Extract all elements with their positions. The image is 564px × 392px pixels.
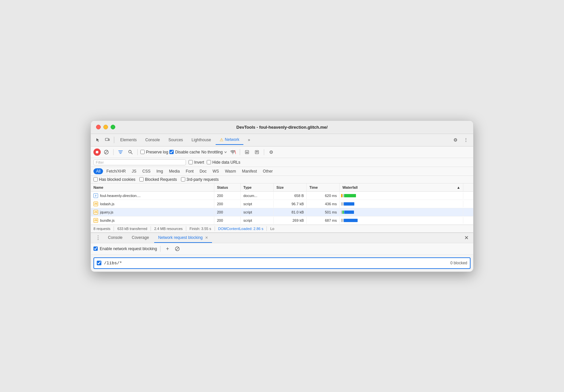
tab-lighthouse[interactable]: Lighthouse [188,136,215,144]
filter-fetchxhr[interactable]: Fetch/XHR [104,168,128,174]
close-button[interactable] [96,125,101,129]
preserve-log-checkbox[interactable] [140,150,145,154]
device-toggle-icon[interactable] [103,135,112,145]
blocked-requests-checkbox[interactable] [139,177,144,181]
close-tab-icon[interactable]: ✕ [205,236,208,240]
sort-icon: ▲ [457,185,460,189]
tab-more[interactable]: » [244,136,254,144]
filter-all[interactable]: All [93,168,103,174]
has-blocked-cookies-text: Has blocked cookies [99,177,135,182]
disable-cache-text: Disable cache [175,150,200,154]
cell-size-3: 269 kB [274,217,307,224]
has-blocked-cookies-checkbox[interactable] [93,177,98,181]
table-row[interactable]: foul-heavenly-direction.... 200 docum...… [91,192,473,200]
filter-doc[interactable]: Doc [197,168,209,174]
filter-manifest[interactable]: Manifest [239,168,260,174]
hide-data-urls-checkbox[interactable] [207,160,211,164]
warning-icon: ⚠ [220,137,224,142]
settings-icon[interactable]: ⚙ [451,135,460,145]
tab-elements[interactable]: Elements [116,136,141,144]
enable-blocking-text: Enable network request blocking [100,246,157,251]
filter-font[interactable]: Font [183,168,196,174]
tab-console-bottom[interactable]: Console [104,233,126,243]
invert-label[interactable]: Invert [189,160,204,165]
enable-blocking-label[interactable]: Enable network request blocking [93,246,157,251]
filter-css[interactable]: CSS [140,168,153,174]
disable-cache-label[interactable]: Disable cache [169,150,200,154]
filter-media[interactable]: Media [166,168,183,174]
cell-time-3: 687 ms [307,217,340,224]
tab-network[interactable]: ⚠ Network [216,135,243,145]
pattern-row[interactable]: /libs/* 0 blocked [93,257,471,269]
filter-icon[interactable] [116,148,125,156]
table-row[interactable]: JS jquery.js 200 script 81.0 kB 501 ms [91,208,473,216]
title-bar: DevTools - foul-heavenly-direction.glitc… [91,121,473,134]
filter-other[interactable]: Other [260,168,275,174]
bottom-tabs: ⋮ Console Coverage Network request block… [91,233,473,243]
add-pattern-button[interactable]: + [164,245,171,252]
export-icon[interactable] [253,148,261,156]
file-name-3: bundle.js [100,218,115,222]
wifi-icon[interactable] [229,148,237,156]
bottom-panel: ⋮ Console Coverage Network request block… [91,233,473,269]
more-menu-icon[interactable]: ⋮ [461,135,471,145]
col-name[interactable]: Name [91,183,214,191]
cell-type-3: script [241,217,274,224]
svg-line-5 [131,152,133,154]
dots-menu-icon[interactable]: ⋮ [93,233,103,243]
filter-img[interactable]: Img [154,168,166,174]
clear-icon[interactable] [102,148,111,156]
cursor-icon[interactable] [93,135,103,145]
blocking-sep [160,246,160,252]
network-tab-label: Network [225,137,239,142]
filter-js[interactable]: JS [129,168,139,174]
col-time[interactable]: Time [307,183,340,191]
tab-console[interactable]: Console [141,136,164,144]
toolbar-separator [114,137,114,143]
search-icon[interactable] [126,148,135,156]
hide-data-urls-label[interactable]: Hide data URLs [207,160,240,165]
tab-network-blocking[interactable]: Network request blocking ✕ [154,233,212,243]
has-blocked-cookies-label[interactable]: Has blocked cookies [93,177,135,182]
cell-time-0: 620 ms [307,192,340,199]
script-icon-2: JS [93,210,98,214]
col-waterfall[interactable]: Waterfall ▲ [340,183,463,191]
dom-content-loaded[interactable]: DOMContentLoaded: 2.86 s [218,227,264,231]
pattern-checkbox[interactable] [97,261,101,265]
filter-wasm[interactable]: Wasm [222,168,239,174]
col-size[interactable]: Size [274,183,307,191]
status-sep-3 [186,226,186,231]
import-icon[interactable] [243,148,251,156]
disable-cache-checkbox[interactable] [169,150,174,154]
network-settings-icon[interactable]: ⚙ [267,148,275,156]
col-type[interactable]: Type [241,183,274,191]
cell-size-1: 96.7 kB [274,200,307,208]
toolbar-separator-2 [137,149,138,155]
table-row[interactable]: JS bundle.js 200 script 269 kB 687 ms [91,216,473,225]
third-party-checkbox[interactable] [181,177,185,181]
pattern-text: /libs/* [104,261,122,266]
network-table: Name Status Type Size Time Waterfall ▲ f… [91,183,473,225]
record-button[interactable] [93,148,101,156]
preserve-log-label[interactable]: Preserve log [140,150,168,154]
minimize-button[interactable] [103,125,108,129]
third-party-label[interactable]: 3rd-party requests [181,177,219,182]
cell-extra-0 [463,194,473,197]
cell-extra-2 [463,211,473,214]
enable-blocking-checkbox[interactable] [93,246,98,251]
tab-coverage[interactable]: Coverage [128,233,153,243]
filter-ws[interactable]: WS [210,168,222,174]
tab-sources[interactable]: Sources [164,136,187,144]
block-all-button[interactable] [174,245,181,252]
col-actions [463,183,473,191]
blocked-count: 0 blocked [450,261,467,265]
table-row[interactable]: JS lodash.js 200 script 96.7 kB 436 ms [91,200,473,208]
blocked-requests-label[interactable]: Blocked Requests [139,177,177,182]
status-sep-2 [151,226,151,231]
maximize-button[interactable] [111,125,115,129]
col-status[interactable]: Status [214,183,241,191]
invert-checkbox[interactable] [189,160,193,164]
throttle-select[interactable]: No throttling [201,150,228,154]
panel-close-icon[interactable]: ✕ [462,234,471,242]
script-icon-3: JS [93,218,98,223]
